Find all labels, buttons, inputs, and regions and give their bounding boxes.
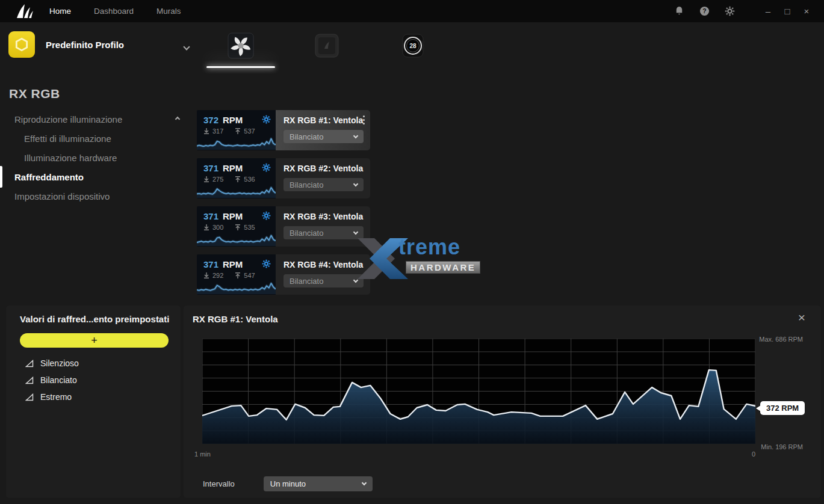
interval-dropdown[interactable]: Un minuto — [264, 476, 373, 491]
sidebar-item-raffreddamento[interactable]: Raffreddamento — [0, 167, 188, 186]
menu-item-home[interactable]: Home — [49, 7, 71, 16]
device-tab-lcd-cooler[interactable]: 28 — [379, 22, 448, 69]
add-preset-button[interactable]: + — [20, 333, 169, 348]
fan-telemetry-tile: 371 RPM 292 547 — [197, 254, 276, 295]
fan-telemetry-tile: 371 RPM 300 535 — [197, 206, 276, 247]
sidebar-item-riproduzione-illuminazione[interactable]: Riproduzione illuminazione — [0, 109, 188, 129]
rpm-unit: RPM — [223, 163, 243, 173]
title-bar: Home Dashboard Murals ? – □ × — [0, 0, 824, 22]
settings-gear-icon[interactable] — [724, 6, 735, 17]
window-maximize-button[interactable]: □ — [782, 6, 793, 16]
sidebar-item-illuminazione-hardware[interactable]: Illuminazione hardware — [0, 148, 188, 167]
sidebar-nav: Riproduzione illuminazione Effetti di il… — [0, 109, 188, 206]
rpm-value: 371 — [203, 259, 218, 269]
presets-panel-title: Valori di raffred...ento preimpostati — [20, 314, 169, 324]
fan-settings-gear-icon[interactable] — [262, 211, 271, 220]
max-rpm-icon — [235, 272, 241, 278]
min-rpm-value: 275 — [212, 176, 223, 183]
min-rpm-icon — [203, 272, 209, 278]
min-rpm-icon — [203, 224, 209, 230]
window-controls: – □ × — [763, 6, 812, 16]
min-rpm-icon — [203, 176, 209, 182]
hub-device-icon — [314, 32, 340, 59]
rpm-unit: RPM — [223, 259, 243, 269]
preset-item-estremo[interactable]: Estremo — [20, 389, 79, 405]
profile-hexagon-icon — [8, 31, 35, 58]
corsair-logo-icon — [16, 3, 34, 20]
chevron-down-icon — [353, 133, 358, 138]
menu-item-murals[interactable]: Murals — [156, 7, 181, 16]
device-tab-fan[interactable] — [206, 22, 275, 69]
fan-settings-gear-icon[interactable] — [262, 163, 271, 172]
device-tab-hub[interactable] — [293, 22, 361, 69]
rpm-unit: RPM — [223, 211, 243, 221]
preset-dropdown[interactable]: Bilanciato — [283, 178, 364, 191]
preset-item-bilanciato[interactable]: Bilanciato — [20, 372, 79, 389]
fan-name: RX RGB #3: Ventola — [283, 212, 370, 221]
preset-dropdown[interactable]: Bilanciato — [283, 274, 364, 287]
fan-row-4[interactable]: 371 RPM 292 547 RX RG — [197, 254, 370, 295]
chart-x-start-label: 1 min — [194, 450, 211, 458]
preset-list: Silenzioso Bilanciato Estremo — [20, 355, 79, 405]
svg-text:28: 28 — [409, 43, 417, 49]
window-minimize-button[interactable]: – — [763, 6, 773, 16]
curve-ramp-icon — [25, 376, 34, 384]
watermark-treme-text: treme — [398, 235, 460, 260]
fan-list: 372 RPM 317 537 RX RG — [197, 110, 370, 303]
max-rpm-value: 547 — [244, 272, 255, 279]
chevron-down-icon — [353, 181, 358, 186]
profile-selector[interactable]: Predefinito Profilo — [8, 31, 193, 58]
current-rpm-badge: 372 RPM — [760, 401, 805, 415]
lcd-cooler-device-icon: 28 — [400, 32, 427, 59]
fan-row-2[interactable]: 371 RPM 275 536 RX RG — [197, 158, 370, 198]
preset-dropdown[interactable]: Bilanciato — [283, 130, 364, 143]
xtreme-hardware-watermark: treme HARDWARE — [356, 238, 480, 279]
rpm-value: 371 — [203, 163, 218, 173]
max-rpm-value: 535 — [244, 224, 255, 231]
rpm-history-chart[interactable] — [202, 339, 755, 444]
rpm-sparkline — [197, 279, 276, 294]
fan-panel[interactable]: RX RGB #1: Ventola Bilanciato — [276, 110, 370, 150]
chevron-down-icon — [353, 229, 358, 234]
page-title: RX RGB — [9, 87, 60, 101]
chevron-down-icon — [362, 481, 367, 485]
preset-item-silenzioso[interactable]: Silenzioso — [20, 355, 79, 372]
min-rpm-icon — [203, 128, 209, 134]
notifications-bell-icon[interactable] — [674, 6, 684, 17]
curve-ramp-icon — [25, 393, 34, 401]
chart-x-end-label: 0 — [752, 450, 755, 458]
fan-row-3[interactable]: 371 RPM 300 535 RX RG — [197, 206, 370, 247]
fan-panel[interactable]: RX RGB #2: Ventola Bilanciato — [276, 158, 370, 198]
window-close-button[interactable]: × — [801, 6, 812, 16]
active-tab-indicator — [206, 66, 275, 68]
min-rpm-value: 292 — [212, 272, 223, 279]
plus-icon: + — [91, 335, 98, 346]
max-rpm-icon — [235, 224, 241, 230]
rpm-sparkline — [197, 183, 276, 198]
preset-dropdown[interactable]: Bilanciato — [283, 226, 364, 239]
rpm-value: 371 — [203, 211, 218, 221]
fan-device-icon — [228, 32, 254, 59]
main-menu: Home Dashboard Murals — [49, 7, 181, 16]
sidebar-item-effetti-di-illuminazione[interactable]: Effetti di illuminazione — [0, 129, 188, 148]
profile-name: Predefinito Profilo — [46, 40, 124, 50]
chevron-up-icon[interactable] — [175, 117, 180, 121]
sidebar-item-impostazioni-dispositivo[interactable]: Impostazioni dispositivo — [0, 186, 188, 206]
rpm-unit: RPM — [223, 115, 243, 125]
max-rpm-value: 536 — [244, 176, 255, 183]
fan-row-1[interactable]: 372 RPM 317 537 RX RG — [197, 110, 370, 150]
svg-text:?: ? — [702, 8, 706, 14]
fan-settings-gear-icon[interactable] — [262, 115, 271, 124]
interval-label: Intervallo — [203, 479, 235, 488]
help-icon[interactable]: ? — [699, 6, 710, 17]
cooling-presets-panel: Valori di raffred...ento preimpostati + … — [6, 306, 181, 498]
menu-item-dashboard[interactable]: Dashboard — [94, 7, 134, 16]
fan-telemetry-tile: 372 RPM 317 537 — [197, 110, 276, 150]
min-rpm-value: 300 — [212, 224, 223, 231]
chevron-down-icon[interactable] — [183, 43, 190, 50]
min-rpm-value: 317 — [212, 128, 223, 135]
kebab-menu-icon[interactable] — [363, 115, 365, 124]
fan-telemetry-tile: 371 RPM 275 536 — [197, 158, 276, 198]
close-icon[interactable]: × — [798, 310, 805, 325]
fan-settings-gear-icon[interactable] — [262, 259, 271, 268]
